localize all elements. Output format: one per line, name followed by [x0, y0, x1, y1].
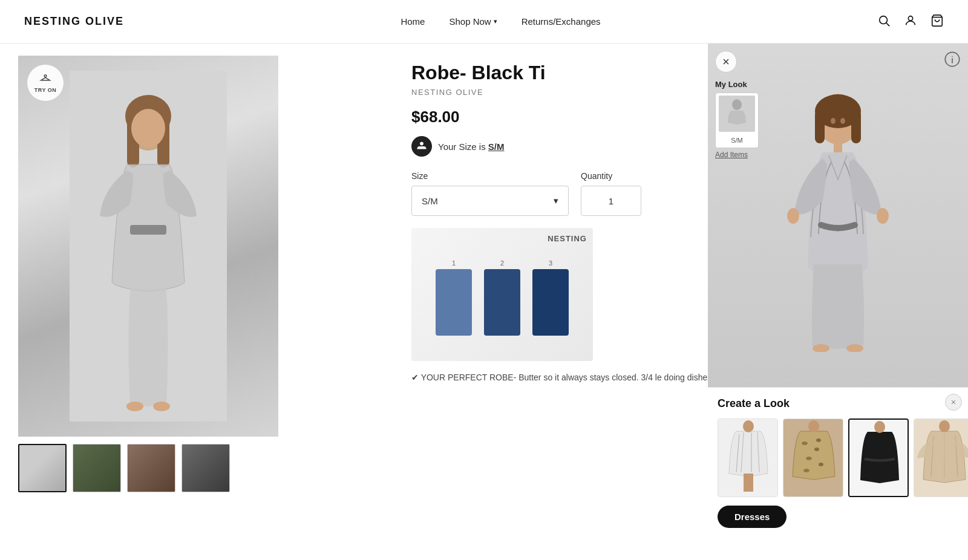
quantity-label: Quantity: [581, 171, 641, 181]
site-header: NESTING OLIVE Home Shop Now ▾ Returns/Ex…: [0, 0, 968, 44]
svg-point-26: [787, 208, 799, 224]
step2-figure: [484, 269, 520, 336]
create-look-close-button[interactable]: [945, 394, 962, 411]
size-field: Size S/M ▾: [411, 171, 569, 216]
nav-shop-now[interactable]: Shop Now ▾: [449, 16, 497, 27]
create-look-title: Create a Look: [718, 397, 958, 410]
account-icon[interactable]: [904, 14, 917, 30]
try-on-button[interactable]: TRY ON: [27, 64, 64, 102]
product-image-area: TRY ON: [0, 44, 399, 560]
thumbnail-3[interactable]: [127, 444, 175, 492]
svg-rect-39: [744, 474, 753, 492]
nesting-logo-overlay: NESTING: [548, 234, 587, 243]
chevron-down-icon: ▾: [494, 18, 497, 25]
avatar-svg: [771, 86, 904, 352]
recommended-size: S/M: [488, 142, 505, 152]
product-main-image: [18, 56, 278, 437]
thumbnail-strip: [18, 444, 381, 492]
svg-point-47: [808, 420, 819, 432]
how-to-wear-image: NESTING 1 2 3: [411, 228, 593, 361]
wear-step-1: 1: [436, 259, 472, 336]
thumbnail-2[interactable]: [73, 444, 121, 492]
svg-point-12: [153, 402, 170, 411]
close-icon: [721, 57, 731, 67]
svg-point-2: [908, 16, 912, 20]
svg-point-41: [802, 441, 808, 445]
svg-point-27: [877, 208, 889, 224]
nav-home[interactable]: Home: [401, 16, 425, 27]
tryon-close-button[interactable]: [715, 51, 737, 73]
how-to-wear-figures: 1 2 3: [430, 247, 575, 342]
svg-rect-22: [851, 110, 861, 143]
look-item-3[interactable]: [848, 418, 909, 497]
look-item-2[interactable]: [783, 418, 843, 497]
step1-figure: [436, 269, 472, 336]
thumbnail-4[interactable]: [182, 444, 230, 492]
product-details: Robe- Black Ti NESTING OLIVE $68.00 Your…: [399, 44, 968, 560]
robe-illustration: [70, 71, 227, 422]
try-on-label: TRY ON: [34, 87, 57, 93]
size-chevron-icon: ▾: [554, 195, 558, 206]
how-to-wear-content: NESTING 1 2 3: [411, 228, 593, 361]
look-item-2-image: [783, 419, 843, 497]
svg-point-51: [939, 420, 950, 432]
svg-rect-25: [834, 140, 842, 152]
svg-point-11: [126, 402, 143, 411]
thumbnail-1[interactable]: [18, 444, 67, 492]
size-label: Size: [411, 171, 569, 181]
look-item-icon: [725, 99, 749, 129]
my-look-label: My Look: [715, 80, 759, 89]
add-items-link[interactable]: Add Items: [715, 151, 759, 159]
size-indicator-text: Your Size is S/M: [438, 142, 505, 152]
svg-point-9: [131, 109, 165, 148]
svg-point-0: [880, 16, 888, 24]
svg-rect-10: [130, 225, 166, 235]
my-look-panel: My Look S/M Add Items: [715, 80, 759, 159]
body-size-icon: [416, 141, 427, 152]
avatar-wrapper: [771, 86, 904, 352]
look-item-4[interactable]: [914, 418, 968, 497]
look-item-3-image: [849, 420, 909, 497]
my-look-item-image: [719, 96, 755, 132]
search-icon[interactable]: [877, 14, 891, 30]
look-item-1-image: [718, 419, 778, 497]
create-look-items: [718, 418, 958, 497]
quantity-input[interactable]: 1: [581, 186, 641, 216]
close-icon: [950, 399, 957, 406]
look-item-4-image: [914, 419, 968, 497]
nav-returns[interactable]: Returns/Exchanges: [522, 16, 601, 27]
main-image-wrapper: TRY ON: [18, 56, 278, 437]
svg-point-49: [874, 421, 885, 433]
cart-icon[interactable]: [930, 14, 944, 30]
size-select[interactable]: S/M ▾: [411, 186, 569, 216]
hanger-icon: [39, 73, 52, 86]
create-look-panel: Create a Look: [708, 387, 968, 538]
quantity-value: 1: [609, 196, 613, 206]
svg-point-23: [831, 118, 836, 124]
svg-point-46: [816, 438, 821, 442]
svg-rect-21: [815, 110, 825, 143]
svg-point-18: [732, 99, 742, 110]
wear-step-2: 2: [484, 259, 520, 336]
my-look-size: S/M: [731, 137, 743, 144]
svg-point-24: [840, 118, 845, 124]
main-nav: Home Shop Now ▾ Returns/Exchanges: [401, 16, 600, 27]
my-look-item[interactable]: S/M: [715, 93, 759, 148]
svg-line-1: [886, 23, 889, 26]
look-item-1[interactable]: [718, 418, 778, 497]
header-icons: [877, 14, 944, 30]
svg-point-44: [819, 463, 823, 466]
tryon-info-button[interactable]: [944, 51, 961, 70]
svg-point-42: [814, 448, 819, 451]
svg-point-43: [806, 457, 812, 460]
size-icon: [411, 136, 432, 157]
tryon-panel: My Look S/M Add Items: [708, 44, 968, 394]
wear-step-3: 3: [532, 259, 569, 336]
main-layout: TRY ON: [0, 44, 968, 560]
quantity-field: Quantity 1: [581, 171, 641, 216]
dresses-category-button[interactable]: Dresses: [718, 506, 786, 528]
step3-figure: [532, 269, 569, 336]
size-select-value: S/M: [422, 196, 438, 206]
svg-point-45: [803, 469, 809, 472]
svg-point-37: [743, 420, 754, 432]
